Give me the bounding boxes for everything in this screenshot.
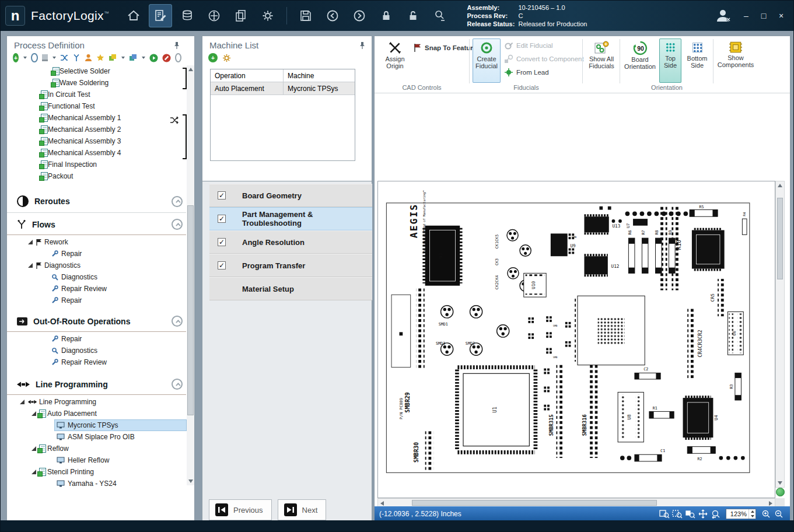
step-program-transfer[interactable]: ✓ Program Transfer (209, 254, 372, 277)
zoom-down-icon[interactable] (749, 514, 755, 519)
tree-item-oor-diagnostics[interactable]: Diagnostics (7, 345, 186, 356)
user-icon[interactable] (711, 4, 736, 27)
tree-item-mech-assembly-4[interactable]: Mechanical Assembly 4 (7, 147, 186, 159)
checkbox[interactable]: ✓ (218, 261, 226, 270)
tree-item-yamaha-ys24[interactable]: Yamaha - YS24 (7, 478, 186, 489)
start-icon[interactable] (149, 53, 158, 62)
expander-icon[interactable] (32, 446, 36, 451)
next-button[interactable]: Next (278, 499, 327, 520)
zoom-window-icon[interactable] (671, 508, 684, 520)
scrollbar-thumb[interactable] (187, 205, 194, 415)
collapse-flows-button[interactable] (172, 219, 183, 230)
expander-icon[interactable] (28, 263, 33, 268)
scroll-up-icon[interactable] (188, 68, 193, 71)
tree-item-selective-solder[interactable]: Selective Solder (7, 65, 186, 77)
settings-icon[interactable] (256, 4, 279, 27)
unlock-icon[interactable] (401, 4, 425, 27)
zoom-up-icon[interactable] (749, 509, 755, 514)
scrollbar-thumb[interactable] (777, 198, 783, 279)
zoom-selection-icon[interactable] (684, 508, 697, 520)
inspect-icon[interactable] (428, 4, 452, 27)
back-icon[interactable] (321, 4, 344, 27)
forward-icon[interactable] (348, 4, 371, 27)
zoom-out-icon[interactable] (772, 508, 785, 520)
tree-item-rework[interactable]: Rework (7, 236, 186, 248)
expander-icon[interactable] (32, 470, 36, 474)
expander-icon[interactable] (32, 411, 36, 416)
zoom-percent-box[interactable]: 123% (726, 509, 756, 519)
zoom-value[interactable]: 123% (726, 509, 748, 519)
lock-icon[interactable] (375, 4, 398, 27)
print-dropdown-icon[interactable] (53, 57, 56, 59)
step-board-geometry[interactable]: ✓ Board Geometry (209, 184, 372, 207)
tree-item-reflow[interactable]: Reflow (7, 443, 186, 454)
tree-item-diagnostics[interactable]: Diagnostics (7, 260, 186, 271)
tree-item-functional-test[interactable]: Functional Test (7, 100, 186, 112)
scroll-up-icon[interactable] (778, 184, 782, 187)
pan-icon[interactable] (697, 508, 709, 520)
fit-view-button[interactable] (776, 488, 785, 496)
expander-icon[interactable] (28, 240, 33, 244)
documents-icon[interactable] (229, 4, 253, 27)
scroll-down-icon[interactable] (778, 481, 782, 485)
checkbox[interactable]: ✓ (218, 191, 226, 200)
tree-item-packout[interactable]: Packout (7, 170, 186, 182)
checkbox[interactable]: ✓ (218, 238, 226, 246)
category-dropdown-icon[interactable] (121, 57, 125, 59)
save-icon[interactable] (294, 4, 317, 27)
vertical-scrollbar[interactable] (775, 181, 785, 488)
create-fiducial-button[interactable]: Create Fiducial (473, 38, 501, 83)
snap-to-feature-button[interactable]: Snap To Feature (413, 43, 477, 52)
tree-item-diag-repair[interactable]: Repair (7, 295, 186, 306)
tree-item-oor-repair[interactable]: Repair (7, 333, 186, 345)
record-icon[interactable] (175, 53, 182, 62)
collapse-oor-button[interactable] (172, 316, 183, 327)
edit-fiducial-button[interactable]: Edit Fiducial (504, 41, 553, 50)
step-part-management[interactable]: ✓ Part Management & Troubleshooting (209, 207, 372, 230)
add-dropdown-icon[interactable] (23, 57, 27, 59)
add-operation-icon[interactable]: + (13, 53, 19, 62)
show-components-button[interactable]: Show Components (716, 38, 755, 68)
expander-icon[interactable] (20, 400, 25, 404)
add-machine-icon[interactable]: + (208, 53, 218, 62)
step-angle-resolution[interactable]: ✓ Angle Resolution (209, 230, 372, 254)
palette-dropdown-icon[interactable] (142, 57, 145, 59)
tree-item-mech-assembly-3[interactable]: Mechanical Assembly 3 (7, 135, 186, 147)
scrollbar-thumb[interactable] (412, 500, 657, 506)
zoom-in-icon[interactable] (760, 508, 772, 520)
user-small-icon[interactable] (85, 53, 92, 62)
tree-item-repair-review[interactable]: Repair Review (7, 283, 186, 295)
machine-settings-icon[interactable] (222, 53, 231, 62)
collapse-reroutes-button[interactable] (172, 196, 183, 207)
palette-icon[interactable] (129, 53, 137, 62)
home-icon[interactable] (122, 4, 145, 27)
tree-item-final-inspection[interactable]: Final Inspection (7, 159, 186, 170)
show-all-fiducials-button[interactable]: Show All Fiducials (586, 38, 617, 69)
zoom-previous-icon[interactable] (709, 508, 722, 520)
from-lead-button[interactable]: From Lead (504, 68, 549, 77)
collapse-line-programming-button[interactable] (172, 379, 183, 390)
pcb-cad-viewport[interactable]: AEGIS The Digital Mind of Manufacturing™… (377, 181, 775, 498)
assign-origin-button[interactable]: Assign Origin (379, 38, 411, 69)
tree-item-auto-placement[interactable]: Auto Placement (7, 408, 186, 419)
machine-table-row[interactable]: Auto Placement Mycronic TPSys (211, 82, 355, 95)
scroll-left-icon[interactable] (380, 501, 384, 506)
materials-icon[interactable] (176, 4, 199, 27)
previous-button[interactable]: Previous (209, 499, 272, 520)
column-header-operation[interactable]: Operation (211, 69, 284, 82)
tree-item-mech-assembly-2[interactable]: Mechanical Assembly 2 (7, 124, 186, 135)
checkbox[interactable]: ✓ (218, 215, 226, 223)
convert-to-component-button[interactable]: Convert to Component (504, 54, 584, 64)
scroll-right-icon[interactable] (769, 501, 772, 506)
tree-item-mech-assembly-1[interactable]: Mechanical Assembly 1 (7, 112, 186, 124)
print-icon[interactable] (42, 54, 48, 61)
reroute-icon[interactable] (60, 53, 68, 62)
board-orientation-button[interactable]: 90 Board Orientation (623, 38, 657, 70)
close-button[interactable]: × (774, 10, 789, 22)
step-material-setup[interactable]: Material Setup (209, 277, 372, 300)
tree-item-asm-siplace[interactable]: ASM Siplace Pro OIB (7, 431, 186, 443)
network-icon[interactable] (31, 53, 38, 62)
zoom-extents-icon[interactable] (658, 508, 671, 520)
program-editor-icon[interactable] (149, 4, 172, 27)
top-side-button[interactable]: Top Side (659, 38, 681, 83)
